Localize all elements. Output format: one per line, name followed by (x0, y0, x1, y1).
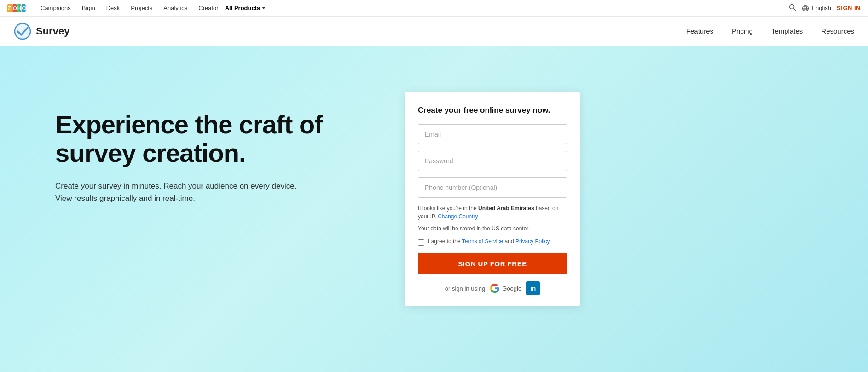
search-button[interactable] (789, 4, 796, 13)
google-label: Google (502, 285, 521, 292)
top-nav: Z O H O Campaigns Bigin Desk Projects An… (0, 0, 868, 17)
nav-features[interactable]: Features (686, 27, 713, 35)
top-nav-right: English SIGN IN (789, 4, 861, 13)
nav-analytics[interactable]: Analytics (159, 3, 192, 13)
terms-text: I agree to the Terms of Service and Priv… (428, 238, 551, 245)
or-sign-in-text: or sign in using (445, 285, 485, 292)
survey-brand: Survey (14, 23, 69, 40)
email-field[interactable] (418, 124, 567, 144)
hero-headline: Experience the craft of survey creation. (55, 110, 368, 167)
chevron-down-icon (262, 7, 266, 9)
nav-bigin[interactable]: Bigin (77, 3, 100, 13)
country-name: United Arab Emirates (478, 205, 534, 212)
form-card-title: Create your free online survey now. (418, 106, 567, 115)
phone-field[interactable] (418, 177, 567, 198)
svg-text:H: H (17, 6, 21, 11)
nav-desk[interactable]: Desk (102, 3, 125, 13)
social-signin: or sign in using Google in (418, 281, 567, 295)
terms-of-service-link[interactable]: Terms of Service (462, 238, 503, 245)
all-products-button[interactable]: All Products (225, 5, 266, 11)
form-card: Create your free online survey now. It l… (405, 92, 580, 306)
nav-resources[interactable]: Resources (821, 27, 854, 35)
zoho-logo[interactable]: Z O H O (7, 3, 27, 13)
language-label: English (811, 5, 831, 11)
terms-checkbox[interactable] (418, 239, 424, 246)
data-center-notice: Your data will be stored in the US data … (418, 225, 567, 232)
nav-projects[interactable]: Projects (126, 3, 157, 13)
svg-text:O: O (13, 6, 17, 11)
all-products-label: All Products (225, 5, 260, 11)
svg-text:O: O (22, 6, 26, 11)
nav-templates[interactable]: Templates (771, 27, 803, 35)
survey-nav-links: Features Pricing Templates Resources (686, 27, 854, 35)
password-field[interactable] (418, 151, 567, 171)
privacy-policy-link[interactable]: Privacy Policy (515, 238, 550, 245)
nav-creator[interactable]: Creator (194, 3, 223, 13)
nav-campaigns[interactable]: Campaigns (36, 3, 75, 13)
signin-button[interactable]: SIGN IN (837, 5, 861, 11)
hero-left: Experience the craft of survey creation.… (55, 83, 368, 205)
top-nav-links: Campaigns Bigin Desk Projects Analytics … (36, 3, 789, 13)
svg-line-9 (794, 8, 796, 10)
signup-button[interactable]: SIGN UP FOR FREE (418, 253, 567, 274)
survey-title: Survey (36, 25, 69, 37)
google-signin-button[interactable]: Google (490, 283, 521, 293)
hero-section: Experience the craft of survey creation.… (0, 46, 868, 372)
hero-content: Experience the craft of survey creation.… (0, 46, 868, 334)
linkedin-signin-button[interactable]: in (526, 281, 540, 295)
svg-text:Z: Z (8, 6, 11, 11)
signup-form-card: Create your free online survey now. It l… (405, 83, 580, 306)
survey-nav: Survey Features Pricing Templates Resour… (0, 17, 868, 46)
change-country-link[interactable]: Change Country (438, 213, 478, 220)
location-notice: It looks like you're in the United Arab … (418, 204, 567, 221)
hero-subtext: Create your survey in minutes. Reach you… (55, 180, 304, 205)
language-selector[interactable]: English (802, 5, 831, 12)
terms-row: I agree to the Terms of Service and Priv… (418, 238, 567, 246)
nav-pricing[interactable]: Pricing (732, 27, 753, 35)
